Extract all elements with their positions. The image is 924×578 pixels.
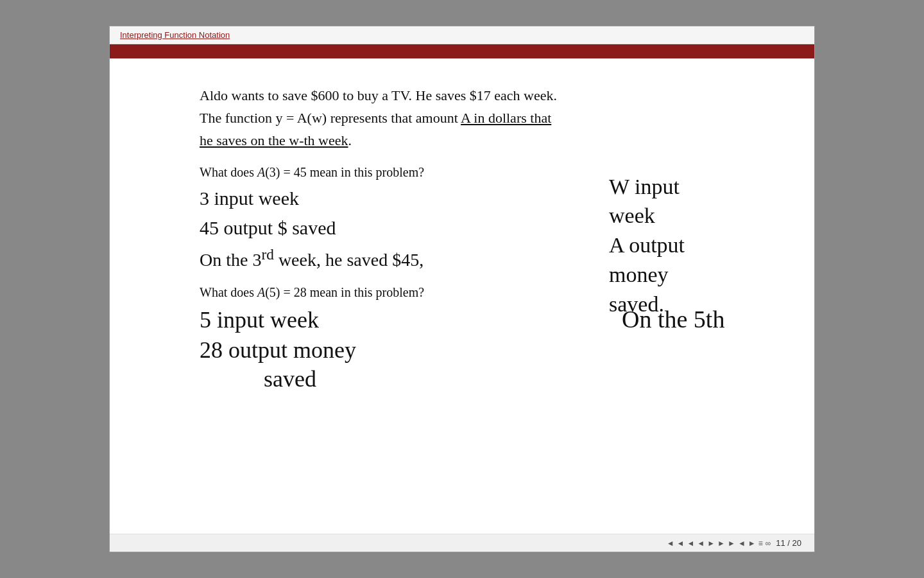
line1: Aldo wants to save $600 to buy a TV. He … (200, 87, 557, 103)
question2-right: On the 5th (622, 305, 801, 333)
red-bar (110, 44, 814, 58)
title-bar: Interpreting Function Notation (110, 26, 814, 44)
slide-container: Interpreting Function Notation Aldo want… (109, 26, 815, 552)
q2-right-on5th: On the 5th (622, 305, 801, 333)
nav-ref5[interactable]: ◄ (738, 539, 746, 548)
question1-right: W input week A output money saved. (609, 172, 801, 319)
q2-hw-line2: 28 output money (200, 335, 776, 365)
question1-content: 3 input week 45 output $ saved On the 3r… (200, 185, 776, 276)
line3-end: . (348, 132, 352, 148)
q1-right-a: A output (609, 231, 801, 260)
line2-underline: A in dollars that (461, 110, 551, 126)
nav-ref3[interactable]: ► (707, 539, 715, 548)
q1-right-money: money (609, 260, 801, 290)
question1: What does A(3) = 45 mean in this problem… (200, 165, 776, 276)
nav-left[interactable]: ◄ (677, 539, 685, 548)
line2-pre: The function (200, 110, 276, 126)
line2-func: y = A(w) (276, 110, 327, 126)
main-paragraph: Aldo wants to save $600 to buy a TV. He … (200, 84, 776, 152)
content-area: Aldo wants to save $600 to buy a TV. He … (110, 58, 814, 534)
nav-left-left[interactable]: ◄ (667, 539, 674, 548)
question2-content: 5 input week 28 output money saved On th… (200, 305, 776, 392)
q1-right-w: W input (609, 172, 801, 202)
nav-ref1[interactable]: ◄ (687, 539, 694, 548)
page-indicator: 11 / 20 (776, 538, 801, 548)
slide-title: Interpreting Function Notation (120, 30, 230, 40)
nav-loop-icon[interactable]: ∞ (766, 539, 771, 548)
line2-mid: represents that amount (327, 110, 461, 126)
bottom-nav: ◄ ◄ ◄ ◄ ► ► ► ◄ ► ≡ ∞ 11 / 20 (110, 534, 814, 552)
nav-menu-icon[interactable]: ≡ (758, 539, 763, 548)
nav-ref6[interactable]: ► (748, 539, 756, 548)
nav-right[interactable]: ► (728, 539, 735, 548)
line3-underline: he saves on the w-th week (200, 132, 348, 148)
nav-controls[interactable]: ◄ ◄ ◄ ◄ ► ► ► ◄ ► ≡ ∞ (667, 539, 771, 548)
q1-right-week: week (609, 201, 801, 231)
q2-hw-line3: saved (264, 365, 776, 392)
nav-ref4[interactable]: ► (717, 539, 725, 548)
nav-ref2[interactable]: ◄ (697, 539, 705, 548)
